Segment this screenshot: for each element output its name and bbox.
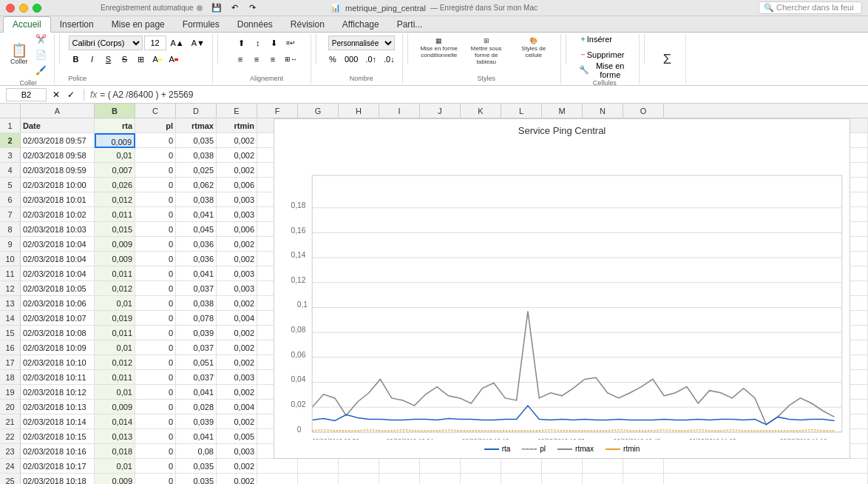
row-num-20[interactable]: 20 xyxy=(0,400,20,414)
cut-button[interactable]: ✂️ xyxy=(33,32,50,47)
col-header-M[interactable]: M xyxy=(542,104,583,118)
cell-6-A[interactable]: 02/03/2018 10:01 xyxy=(21,192,95,207)
tab-accueil[interactable]: Accueil xyxy=(3,16,51,33)
copy-button[interactable]: 📄 xyxy=(33,47,50,62)
col-header-F[interactable]: F xyxy=(257,104,298,118)
row-num-25[interactable]: 25 xyxy=(0,474,20,484)
align-top-button[interactable]: ⬆ xyxy=(234,36,249,50)
cell-24-J[interactable] xyxy=(420,459,461,474)
cell-20-C[interactable]: 0 xyxy=(135,400,176,414)
bold-button[interactable]: B xyxy=(69,52,84,67)
cell-8-D[interactable]: 0,045 xyxy=(176,222,217,237)
cell-16-A[interactable]: 02/03/2018 10:09 xyxy=(21,340,95,355)
increase-decimal-button[interactable]: .0↑ xyxy=(362,52,379,67)
cell-23-D[interactable]: 0,08 xyxy=(176,444,217,459)
font-color-button[interactable]: A xyxy=(166,52,181,67)
cell-24-N[interactable] xyxy=(583,459,623,474)
increase-font-button[interactable]: A▲ xyxy=(168,36,187,50)
cell-6-D[interactable]: 0,038 xyxy=(176,192,217,207)
cell-24-D[interactable]: 0,035 xyxy=(176,459,217,474)
row-num-5[interactable]: 5 xyxy=(0,178,20,192)
cell-5-A[interactable]: 02/03/2018 10:00 xyxy=(21,178,95,192)
cell-12-D[interactable]: 0,037 xyxy=(176,281,217,296)
row-num-22[interactable]: 22 xyxy=(0,429,20,444)
cell-24-K[interactable] xyxy=(461,459,501,474)
cell-12-E[interactable]: 0,003 xyxy=(217,281,257,296)
cell-25-J[interactable] xyxy=(420,474,461,484)
cell-13-B[interactable]: 0,01 xyxy=(95,296,135,311)
format-button[interactable]: 🔧 Mise en forme xyxy=(575,63,634,78)
col-header-G[interactable]: G xyxy=(298,104,339,118)
confirm-formula-button[interactable]: ✓ xyxy=(64,88,78,101)
col-header-E[interactable]: E xyxy=(217,104,257,118)
cell-1-E[interactable]: rtmin xyxy=(217,118,257,133)
cancel-formula-button[interactable]: ✕ xyxy=(50,88,63,101)
cell-18-A[interactable]: 02/03/2018 10:11 xyxy=(21,370,95,385)
cell-25-D[interactable]: 0,035 xyxy=(176,474,217,484)
cell-6-C[interactable]: 0 xyxy=(135,192,176,207)
cell-7-B[interactable]: 0,011 xyxy=(95,207,135,222)
cell-styles-button[interactable]: 🎨 Styles de cellule xyxy=(512,36,556,67)
row-num-4[interactable]: 4 xyxy=(0,163,20,178)
cell-1-A[interactable]: Date xyxy=(21,118,95,133)
cell-5-D[interactable]: 0,062 xyxy=(176,178,217,192)
cell-5-B[interactable]: 0,026 xyxy=(95,178,135,192)
format-painter-button[interactable]: 🖌️ xyxy=(33,63,50,78)
cell-22-D[interactable]: 0,041 xyxy=(176,429,217,444)
redo-button[interactable]: ↷ xyxy=(245,1,260,16)
cell-15-D[interactable]: 0,039 xyxy=(176,326,217,340)
cell-5-C[interactable]: 0 xyxy=(135,178,176,192)
cell-24-C[interactable]: 0 xyxy=(135,459,176,474)
row-num-15[interactable]: 15 xyxy=(0,326,20,340)
cell-22-B[interactable]: 0,013 xyxy=(95,429,135,444)
cell-25-N[interactable] xyxy=(583,474,623,484)
col-header-B[interactable]: B xyxy=(95,104,135,118)
col-header-L[interactable]: L xyxy=(501,104,542,118)
font-size-input[interactable] xyxy=(144,36,166,50)
align-center-button[interactable]: ≡ xyxy=(249,52,264,67)
cell-25-B[interactable]: 0,009 xyxy=(95,474,135,484)
cell-20-A[interactable]: 02/03/2018 10:13 xyxy=(21,400,95,414)
cell-10-D[interactable]: 0,036 xyxy=(176,252,217,266)
cell-13-D[interactable]: 0,038 xyxy=(176,296,217,311)
cell-9-A[interactable]: 02/03/2018 10:04 xyxy=(21,237,95,252)
cell-25-I[interactable] xyxy=(379,474,420,484)
cell-16-E[interactable]: 0,002 xyxy=(217,340,257,355)
cell-9-B[interactable]: 0,009 xyxy=(95,237,135,252)
cell-17-A[interactable]: 02/03/2018 10:10 xyxy=(21,355,95,370)
align-bottom-button[interactable]: ⬇ xyxy=(267,36,282,50)
col-header-J[interactable]: J xyxy=(420,104,461,118)
row-num-13[interactable]: 13 xyxy=(0,296,20,311)
cell-24-L[interactable] xyxy=(501,459,542,474)
cell-12-C[interactable]: 0 xyxy=(135,281,176,296)
row-num-21[interactable]: 21 xyxy=(0,414,20,429)
col-header-N[interactable]: N xyxy=(583,104,623,118)
cell-10-C[interactable]: 0 xyxy=(135,252,176,266)
tab-insertion[interactable]: Insertion xyxy=(51,17,103,32)
cell-7-D[interactable]: 0,041 xyxy=(176,207,217,222)
cell-3-B[interactable]: 0,01 xyxy=(95,148,135,163)
comma-button[interactable]: 000 xyxy=(342,52,361,67)
cell-24-H[interactable] xyxy=(339,459,379,474)
cell-2-E[interactable]: 0,002 xyxy=(217,133,257,148)
cell-25-C[interactable]: 0 xyxy=(135,474,176,484)
cell-24-B[interactable]: 0,01 xyxy=(95,459,135,474)
col-header-I[interactable]: I xyxy=(379,104,420,118)
tab-mise-en-page[interactable]: Mise en page xyxy=(103,17,174,32)
number-format-select[interactable]: Personnalisée xyxy=(328,36,395,50)
font-name-select[interactable]: Calibri (Corps) xyxy=(69,36,143,50)
cell-8-C[interactable]: 0 xyxy=(135,222,176,237)
underline-button[interactable]: S xyxy=(101,52,116,67)
cell-8-A[interactable]: 02/03/2018 10:03 xyxy=(21,222,95,237)
sigma-button[interactable]: Σ xyxy=(660,51,674,67)
col-header-K[interactable]: K xyxy=(461,104,501,118)
cell-23-A[interactable]: 02/03/2018 10:16 xyxy=(21,444,95,459)
row-num-11[interactable]: 11 xyxy=(0,266,20,281)
tab-formules[interactable]: Formules xyxy=(174,17,228,32)
cell-15-A[interactable]: 02/03/2018 10:08 xyxy=(21,326,95,340)
cell-13-A[interactable]: 02/03/2018 10:06 xyxy=(21,296,95,311)
cell-16-B[interactable]: 0,01 xyxy=(95,340,135,355)
cell-24-F[interactable] xyxy=(257,459,298,474)
cell-11-A[interactable]: 02/03/2018 10:04 xyxy=(21,266,95,281)
cell-15-C[interactable]: 0 xyxy=(135,326,176,340)
